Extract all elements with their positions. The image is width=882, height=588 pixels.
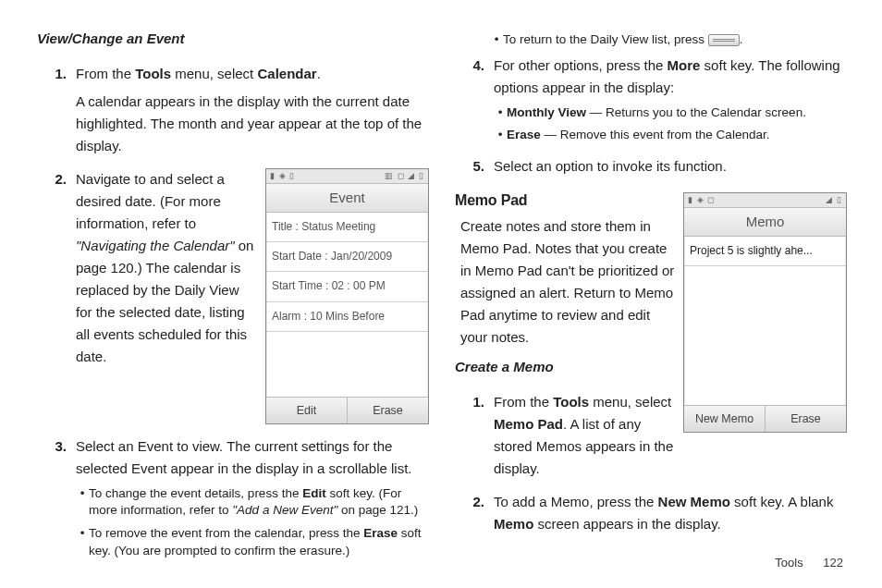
step-text: To add a Memo, press the New Memo soft k… bbox=[494, 491, 847, 535]
step4-bullets: Monthly View — Returns you to the Calend… bbox=[494, 104, 847, 144]
phone-empty-area bbox=[266, 332, 428, 397]
event-screenshot: ▮ ◈ ▯ ▥ ◻ ◢ ▯ Event Title : Status Meeti… bbox=[265, 168, 429, 424]
footer-section: Tools bbox=[775, 556, 802, 570]
steps-left: 1. From the Tools menu, select Calendar.… bbox=[37, 63, 429, 565]
phone-status-bar: ▮ ◈ ▯ ▥ ◻ ◢ ▯ bbox=[266, 169, 428, 184]
step-number: 2. bbox=[37, 168, 76, 430]
step-text: For other options, press the More soft k… bbox=[494, 55, 847, 99]
event-starttime-row: Start Time : 02 : 00 PM bbox=[266, 272, 428, 301]
step-text: From the Tools menu, select Calendar. bbox=[76, 63, 429, 85]
left-column: View/Change an Event 1. From the Tools m… bbox=[37, 28, 429, 579]
bullet-erase: To remove the event from the calendar, p… bbox=[76, 525, 429, 559]
step3-bullets: To change the event details, press the E… bbox=[76, 485, 429, 560]
step-2: 2. ▮ ◈ ▯ ▥ ◻ ◢ ▯ Event Title : Status Me… bbox=[37, 168, 429, 430]
steps-right-cont: 4. For other options, press the More sof… bbox=[455, 55, 847, 183]
step-text: From the Tools menu, select Memo Pad. A … bbox=[494, 391, 676, 480]
return-bullet: To return to the Daily View list, press … bbox=[490, 31, 847, 49]
step-3: 3. Select an Event to view. The current … bbox=[37, 435, 429, 566]
phone-status-bar: ▮ ◈ ◻ ◢ ▯ bbox=[684, 193, 846, 208]
softkey-edit: Edit bbox=[266, 398, 348, 423]
memo-screenshot: ▮ ◈ ◻ ◢ ▯ Memo Project 5 is slightly ahe… bbox=[683, 192, 847, 433]
step-5: 5. Select an option to invoke its functi… bbox=[455, 155, 847, 183]
phone-softkeys: Edit Erase bbox=[266, 397, 428, 423]
right-column: To return to the Daily View list, press … bbox=[455, 28, 847, 579]
battery-icon: ◢ ▯ bbox=[826, 193, 842, 206]
phone-title: Memo bbox=[684, 208, 846, 237]
subhead-view-change: View/Change an Event bbox=[37, 28, 429, 50]
bullet-monthly-view: Monthly View — Returns you to the Calend… bbox=[494, 104, 847, 122]
battery-icon: ▥ ◻ ◢ ▯ bbox=[385, 169, 424, 182]
phone-title: Event bbox=[266, 184, 428, 213]
step-number: 1. bbox=[455, 391, 494, 485]
step-4: 4. For other options, press the More sof… bbox=[455, 55, 847, 150]
memo-item-row: Project 5 is slightly ahe... bbox=[684, 237, 846, 266]
step-text: A calendar appears in the display with t… bbox=[76, 91, 429, 157]
step-1: 1. From the Tools menu, select Calendar.… bbox=[37, 63, 429, 163]
memo-step-2: 2. To add a Memo, press the New Memo sof… bbox=[455, 491, 847, 541]
softkey-new-memo: New Memo bbox=[684, 406, 766, 432]
event-title-row: Title : Status Meeting bbox=[266, 213, 428, 242]
softkey-erase: Erase bbox=[766, 406, 846, 432]
phone-softkeys: New Memo Erase bbox=[684, 405, 846, 432]
page-footer: Tools 122 bbox=[775, 554, 843, 573]
step-number: 2. bbox=[455, 491, 494, 541]
memo-step-1: 1. From the Tools menu, select Memo Pad.… bbox=[455, 391, 676, 485]
bullet-return: To return to the Daily View list, press … bbox=[490, 31, 847, 49]
footer-page-number: 122 bbox=[823, 556, 843, 570]
signal-icon: ▮ ◈ ▯ bbox=[270, 169, 295, 182]
ok-key-icon bbox=[708, 34, 740, 46]
step-number: 5. bbox=[455, 155, 494, 183]
step-number: 1. bbox=[37, 63, 76, 163]
bullet-edit: To change the event details, press the E… bbox=[76, 485, 429, 520]
signal-icon: ▮ ◈ ◻ bbox=[688, 193, 715, 206]
step-number: 3. bbox=[37, 435, 76, 566]
bullet-erase-option: Erase — Remove this event from the Calen… bbox=[494, 127, 847, 144]
step-text: Select an Event to view. The current set… bbox=[76, 435, 429, 480]
phone-empty-area bbox=[684, 266, 846, 405]
step-number: 4. bbox=[455, 55, 494, 150]
step-text: Select an option to invoke its function. bbox=[494, 155, 847, 178]
softkey-erase: Erase bbox=[348, 398, 428, 423]
manual-page: View/Change an Event 1. From the Tools m… bbox=[0, 0, 882, 588]
event-alarm-row: Alarm : 10 Mins Before bbox=[266, 302, 428, 332]
event-startdate-row: Start Date : Jan/20/2009 bbox=[266, 242, 428, 272]
